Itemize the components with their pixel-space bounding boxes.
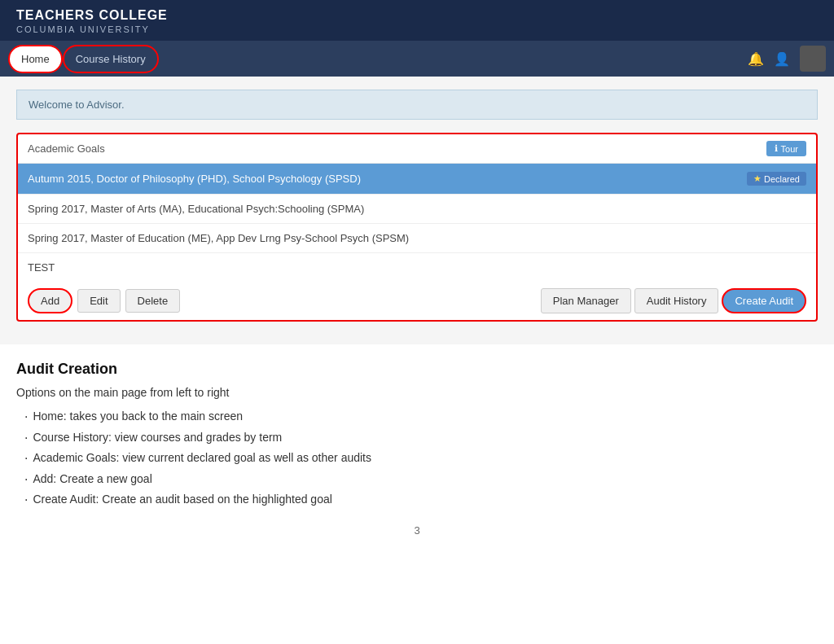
declared-badge: ★ Declared (747, 172, 806, 186)
list-item: Add: Create a new goal (24, 471, 818, 488)
create-audit-button[interactable]: Create Audit (722, 288, 806, 313)
goal-label: Autumn 2015, Doctor of Philosophy (PHD),… (28, 173, 361, 185)
tour-button[interactable]: ℹ Tour (766, 141, 806, 156)
goal-label: Spring 2017, Master of Education (ME), A… (28, 232, 409, 244)
list-item: Academic Goals: view current declared go… (24, 450, 818, 467)
audit-heading: Audit Creation (16, 361, 818, 378)
audit-history-button[interactable]: Audit History (634, 288, 719, 313)
plan-manager-button[interactable]: Plan Manager (541, 288, 631, 313)
goal-row[interactable]: Spring 2017, Master of Education (ME), A… (18, 224, 816, 253)
notification-icon[interactable]: 🔔 (748, 51, 764, 67)
tour-label: Tour (781, 144, 798, 154)
info-icon: ℹ (775, 143, 778, 154)
goal-label: Spring 2017, Master of Arts (MA), Educat… (28, 203, 364, 215)
nav-icons: 🔔 👤 (748, 46, 826, 72)
university-name: COLUMBIA UNIVERSITY (16, 24, 818, 34)
goal-row[interactable]: Spring 2017, Master of Arts (MA), Educat… (18, 195, 816, 224)
list-item: Course History: view courses and grades … (24, 430, 818, 446)
goal-label: TEST (28, 261, 55, 274)
audit-list: Home: takes you back to the main screen … (16, 409, 818, 508)
list-item: Home: takes you back to the main screen (24, 409, 818, 425)
nav-home[interactable]: Home (8, 45, 63, 73)
add-button[interactable]: Add (28, 288, 72, 313)
goals-panel-title: Academic Goals (28, 142, 105, 155)
navbar: Home Course History 🔔 👤 (0, 41, 834, 77)
page-number: 3 (16, 524, 818, 537)
college-name: TEACHERS COLLEGE (16, 8, 818, 23)
goals-panel-header: Academic Goals ℹ Tour (18, 134, 816, 164)
actions-row: Add Edit Delete Plan Manager Audit Histo… (18, 282, 816, 320)
list-item: Create Audit: Create an audit based on t… (24, 492, 818, 508)
audit-desc: Options on the main page from left to ri… (16, 386, 818, 399)
goal-row[interactable]: TEST (18, 253, 816, 282)
welcome-text: Welcome to Advisor. (29, 99, 125, 111)
academic-goals-panel: Academic Goals ℹ Tour Autumn 2015, Docto… (16, 133, 818, 322)
nav-course-history[interactable]: Course History (63, 45, 159, 73)
star-icon: ★ (753, 173, 762, 184)
edit-button[interactable]: Edit (77, 289, 120, 313)
main-area: Welcome to Advisor. Academic Goals ℹ Tou… (0, 77, 834, 344)
goal-row[interactable]: Autumn 2015, Doctor of Philosophy (PHD),… (18, 164, 816, 195)
welcome-bar: Welcome to Advisor. (16, 90, 818, 120)
header: TEACHERS COLLEGE COLUMBIA UNIVERSITY (0, 0, 834, 41)
delete-button[interactable]: Delete (125, 289, 181, 313)
user-icon[interactable]: 👤 (774, 51, 790, 67)
avatar[interactable] (800, 46, 826, 72)
right-buttons: Plan Manager Audit History Create Audit (541, 288, 806, 313)
body-content: Audit Creation Options on the main page … (0, 344, 834, 553)
